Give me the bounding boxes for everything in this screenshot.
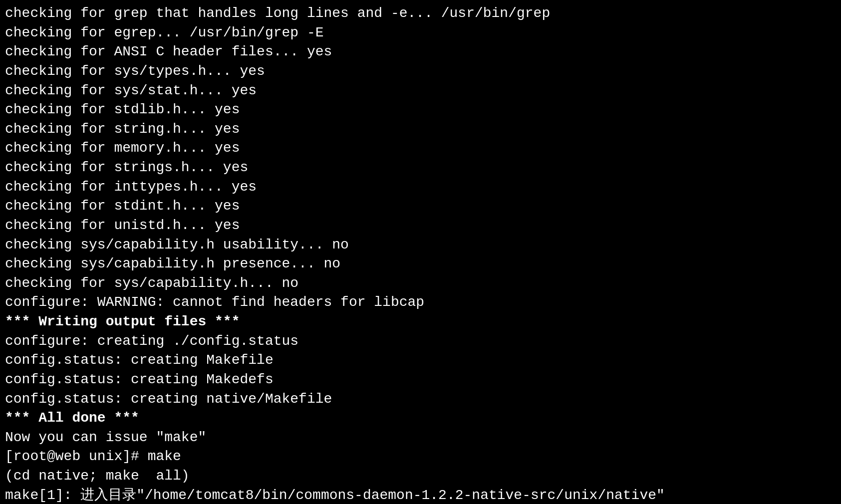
terminal-line: checking for unistd.h... yes [5,216,836,236]
terminal-line: configure: creating ./config.status [5,332,836,351]
terminal-line: checking for stdlib.h... yes [5,100,836,120]
terminal-line: *** All done *** [5,409,836,428]
terminal-line: checking for strings.h... yes [5,158,836,178]
terminal-line: config.status: creating Makedefs [5,370,836,390]
terminal-window: checking for grep that handles long line… [0,0,841,504]
terminal-line: configure: WARNING: cannot find headers … [5,293,836,312]
terminal-line: checking for stdint.h... yes [5,197,836,216]
terminal-line: checking for sys/types.h... yes [5,62,836,81]
terminal-line: checking for memory.h... yes [5,139,836,158]
terminal-line: (cd native; make all) [5,467,836,486]
terminal-line: checking for sys/capability.h... no [5,274,836,293]
terminal-line: [root@web unix]# make [5,447,836,467]
terminal-line: Now you can issue "make" [5,428,836,448]
terminal-line: checking for sys/stat.h... yes [5,81,836,101]
terminal-line: checking for ANSI C header files... yes [5,42,836,62]
terminal-line: make[1]: 进入目录"/home/tomcat8/bin/commons-… [5,486,836,504]
terminal-line: config.status: creating native/Makefile [5,390,836,409]
terminal-line: checking for inttypes.h... yes [5,178,836,197]
terminal-line: checking for grep that handles long line… [5,4,836,23]
terminal-line: checking sys/capability.h presence... no [5,254,836,274]
terminal-line: checking sys/capability.h usability... n… [5,236,836,255]
terminal-line: *** Writing output files *** [5,312,836,332]
terminal-line: checking for string.h... yes [5,120,836,139]
terminal-line: checking for egrep... /usr/bin/grep -E [5,23,836,43]
terminal-line: config.status: creating Makefile [5,351,836,370]
